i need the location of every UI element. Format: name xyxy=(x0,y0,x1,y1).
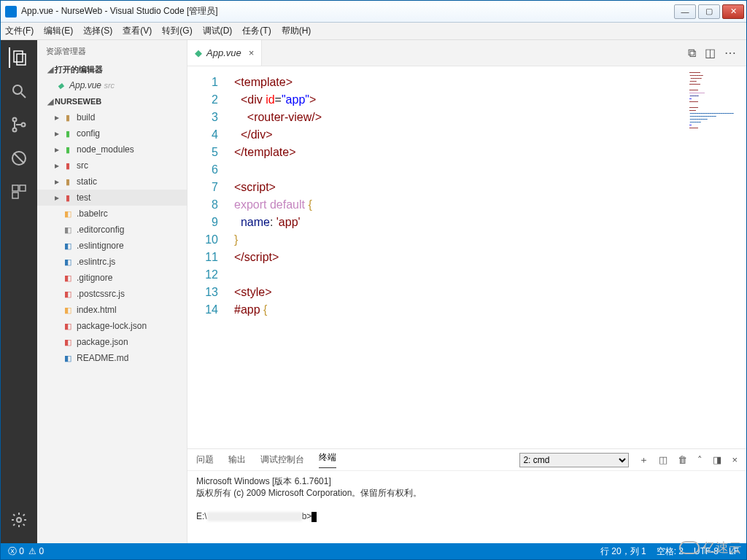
menu-item[interactable]: 帮助(H) xyxy=(282,25,311,37)
debug-icon[interactable] xyxy=(9,148,29,168)
redacted-path xyxy=(207,512,302,521)
new-terminal-icon[interactable]: ＋ xyxy=(639,454,649,467)
explorer-title: 资源管理器 xyxy=(37,40,187,61)
panel-tab-output[interactable]: 输出 xyxy=(228,454,246,466)
menu-item[interactable]: 任务(T) xyxy=(242,25,271,37)
file-item[interactable]: ◧.gitignore xyxy=(37,270,187,286)
editor-tabs: ◆ App.vue × ⧉ ◫ ⋯ xyxy=(187,40,746,66)
open-editors-header[interactable]: ◢打开的编辑器 xyxy=(37,61,187,77)
svg-point-5 xyxy=(13,128,17,132)
tab-close-icon[interactable]: × xyxy=(249,47,255,58)
source-control-icon[interactable] xyxy=(9,114,29,135)
folder-icon: ▮ xyxy=(62,192,74,203)
more-actions-icon[interactable]: ⋯ xyxy=(724,46,736,60)
extensions-icon[interactable] xyxy=(9,182,29,202)
explorer-icon[interactable] xyxy=(9,47,29,68)
file-item[interactable]: ◧.editorconfig xyxy=(37,222,187,238)
file-icon: ◧ xyxy=(62,337,74,347)
line-gutter: 1234567891011121314 xyxy=(187,66,227,448)
file-item[interactable]: ◧index.html xyxy=(37,302,187,318)
svg-point-2 xyxy=(13,85,22,94)
panel-tab-debug-console[interactable]: 调试控制台 xyxy=(260,454,304,466)
vue-file-icon: ◆ xyxy=(195,47,202,58)
chevron-up-icon[interactable]: ˄ xyxy=(697,454,703,465)
svg-line-8 xyxy=(14,153,24,163)
svg-point-12 xyxy=(17,518,21,522)
minimize-button[interactable]: — xyxy=(674,4,696,19)
svg-rect-1 xyxy=(17,54,26,65)
folder-item[interactable]: ▸▮src xyxy=(37,158,187,174)
folder-item[interactable]: ▸▮config xyxy=(37,125,187,141)
menu-item[interactable]: 查看(V) xyxy=(123,25,152,37)
menu-item[interactable]: 编辑(E) xyxy=(44,25,73,37)
split-terminal-icon[interactable]: ◫ xyxy=(659,454,667,465)
status-warnings[interactable]: ⚠ 0 xyxy=(28,546,44,556)
menu-item[interactable]: 调试(D) xyxy=(203,25,233,37)
svg-line-3 xyxy=(21,93,26,98)
file-item[interactable]: ◧package-lock.json xyxy=(37,318,187,334)
file-icon: ◧ xyxy=(62,225,74,235)
menubar: 文件(F)编辑(E)选择(S)查看(V)转到(G)调试(D)任务(T)帮助(H) xyxy=(1,23,746,40)
menu-item[interactable]: 选择(S) xyxy=(83,25,112,37)
folder-item[interactable]: ▸▮static xyxy=(37,174,187,190)
svg-rect-11 xyxy=(12,192,18,198)
file-item[interactable]: ◧.eslintignore xyxy=(37,238,187,254)
minimap[interactable]: ▬▬▬▬▬ ▬▬▬▬▬▬ ▬▬▬▬▬ ▬▬▬▬▬▬▬▬ ▬▬▬▬▬▬▬▬▬▬▬ … xyxy=(689,71,742,136)
app-icon xyxy=(5,6,17,18)
code-area[interactable]: <template> <div id="app"> <router-view/>… xyxy=(227,66,746,448)
tab-label: App.vue xyxy=(206,47,241,58)
bottom-panel: 问题 输出 调试控制台 终端 2: cmd ＋ ◫ 🗑 ˄ ◨ × Micros… xyxy=(187,448,746,543)
terminal-cursor xyxy=(311,512,317,522)
close-button[interactable]: ✕ xyxy=(722,4,744,19)
file-icon: ◧ xyxy=(62,305,74,315)
folder-item[interactable]: ▸▮build xyxy=(37,109,187,125)
file-icon: ◧ xyxy=(62,353,74,363)
file-item[interactable]: ◧.postcssrc.js xyxy=(37,286,187,302)
trash-icon[interactable]: 🗑 xyxy=(678,454,687,465)
project-header[interactable]: ◢NURSEWEB xyxy=(37,93,187,109)
maximize-button[interactable]: ▢ xyxy=(698,4,720,19)
file-icon: ◧ xyxy=(62,209,74,219)
maximize-panel-icon[interactable]: ◨ xyxy=(713,454,721,465)
file-icon: ◧ xyxy=(62,241,74,251)
panel-tab-terminal[interactable]: 终端 xyxy=(319,451,336,468)
open-editor-item[interactable]: ◆ App.vue src xyxy=(37,77,187,93)
menu-item[interactable]: 文件(F) xyxy=(5,25,34,37)
tab-app-vue[interactable]: ◆ App.vue × xyxy=(187,40,262,66)
split-editor-icon[interactable]: ◫ xyxy=(705,46,716,60)
terminal-selector[interactable]: 2: cmd xyxy=(519,453,629,467)
close-panel-icon[interactable]: × xyxy=(732,454,738,465)
svg-point-6 xyxy=(22,123,26,127)
menu-item[interactable]: 转到(G) xyxy=(162,25,192,37)
explorer-sidebar: 资源管理器 ◢打开的编辑器 ◆ App.vue src ◢NURSEWEB ▸▮… xyxy=(37,40,187,543)
svg-rect-10 xyxy=(20,185,26,191)
window-title: App.vue - NurseWeb - Visual Studio Code … xyxy=(21,5,674,18)
panel-tab-problems[interactable]: 问题 xyxy=(196,454,214,466)
status-position[interactable]: 行 20，列 1 xyxy=(600,545,646,558)
file-item[interactable]: ◧package.json xyxy=(37,334,187,350)
folder-icon: ▮ xyxy=(62,128,74,139)
file-item[interactable]: ◧.babelrc xyxy=(37,206,187,222)
file-icon: ◧ xyxy=(62,273,74,283)
folder-icon: ▮ xyxy=(62,112,74,122)
settings-gear-icon[interactable] xyxy=(9,510,29,530)
folder-icon: ▮ xyxy=(62,144,74,155)
terminal-body[interactable]: Microsoft Windows [版本 6.1.7601] 版权所有 (c)… xyxy=(187,471,746,543)
folder-icon: ▮ xyxy=(62,160,74,171)
file-icon: ◧ xyxy=(62,257,74,267)
status-bar: ⓧ 0 ⚠ 0 行 20，列 1 空格: 2 UTF-8 LF xyxy=(1,543,746,559)
file-item[interactable]: ◧README.md xyxy=(37,350,187,366)
activity-bar xyxy=(1,40,37,543)
file-item[interactable]: ◧.eslintrc.js xyxy=(37,254,187,270)
search-icon[interactable] xyxy=(9,81,29,101)
status-errors[interactable]: ⓧ 0 xyxy=(8,545,24,558)
code-editor[interactable]: 1234567891011121314 <template> <div id="… xyxy=(187,66,746,448)
svg-point-4 xyxy=(13,118,17,122)
file-icon: ◧ xyxy=(62,289,74,299)
folder-item[interactable]: ▸▮node_modules xyxy=(37,141,187,158)
compare-icon[interactable]: ⧉ xyxy=(688,47,696,60)
folder-icon: ▮ xyxy=(62,176,74,187)
file-icon: ◧ xyxy=(62,321,74,331)
titlebar: App.vue - NurseWeb - Visual Studio Code … xyxy=(1,1,746,23)
folder-item[interactable]: ▸▮test xyxy=(37,190,187,206)
